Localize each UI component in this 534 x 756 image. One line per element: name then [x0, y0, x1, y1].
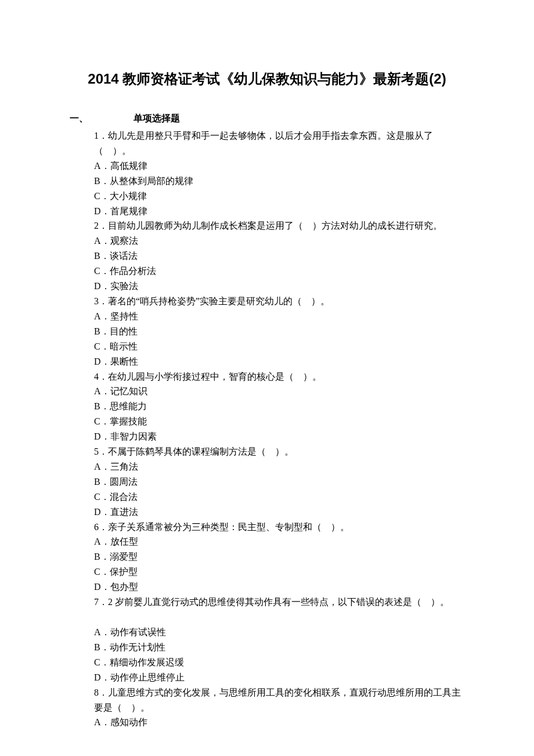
- option-b: B．从整体到局部的规律: [94, 174, 464, 189]
- question-stem: 7．2 岁前婴儿直觉行动式的思维使得其动作具有一些特点，以下错误的表述是（ ）。: [94, 595, 464, 610]
- question-stem: 6．亲子关系通常被分为三种类型：民主型、专制型和（ ）。: [94, 520, 464, 535]
- option-d: D．动作停止思维停止: [94, 670, 464, 685]
- option-c: C．掌握技能: [94, 414, 464, 429]
- question-7: 7．2 岁前婴儿直觉行动式的思维使得其动作具有一些特点，以下错误的表述是（ ）。…: [94, 595, 464, 685]
- option-b: B．圆周法: [94, 474, 464, 489]
- option-b: B．谈话法: [94, 249, 464, 264]
- option-d: D．非智力因素: [94, 429, 464, 444]
- question-stem: 1．幼儿先是用整只手臂和手一起去够物体，以后才会用手指去拿东西。这是服从了（ ）…: [94, 128, 464, 159]
- question-stem: 4．在幼儿园与小学衔接过程中，智育的核心是（ ）。: [94, 369, 464, 384]
- option-c: C．保护型: [94, 564, 464, 579]
- question-3: 3．著名的“哨兵持枪姿势”实验主要是研究幼儿的（ ）。 A．坚持性 B．目的性 …: [94, 294, 464, 369]
- option-d: D．果断性: [94, 354, 464, 369]
- option-d: D．直进法: [94, 505, 464, 520]
- section-heading: 一、 单项选择题: [70, 113, 464, 125]
- option-a: A．感知动作: [94, 715, 464, 730]
- option-a: A．坚持性: [94, 309, 464, 324]
- option-a: A．放任型: [94, 534, 464, 549]
- option-b: B．思维能力: [94, 399, 464, 414]
- section-number: 一、: [70, 113, 134, 125]
- question-2: 2．目前幼儿园教师为幼儿制作成长档案是运用了（ ）方法对幼儿的成长进行研究。 A…: [94, 218, 464, 294]
- question-stem: 8．儿童思维方式的变化发展，与思维所用工具的变化相联系，直观行动思维所用的工具主…: [94, 685, 464, 715]
- question-stem: 3．著名的“哨兵持枪姿势”实验主要是研究幼儿的（ ）。: [94, 294, 464, 309]
- question-6: 6．亲子关系通常被分为三种类型：民主型、专制型和（ ）。 A．放任型 B．溺爱型…: [94, 520, 464, 595]
- question-8: 8．儿童思维方式的变化发展，与思维所用工具的变化相联系，直观行动思维所用的工具主…: [94, 685, 464, 730]
- option-d: D．实验法: [94, 279, 464, 294]
- option-a: A．三角法: [94, 459, 464, 474]
- section-label: 单项选择题: [134, 113, 180, 125]
- question-stem: 5．不属于陈鹤琴具体的课程编制方法是（ ）。: [94, 444, 464, 459]
- option-a: A．记忆知识: [94, 384, 464, 399]
- question-4: 4．在幼儿园与小学衔接过程中，智育的核心是（ ）。 A．记忆知识 B．思维能力 …: [94, 369, 464, 445]
- option-c: C．暗示性: [94, 339, 464, 354]
- option-b: B．动作无计划性: [94, 640, 464, 655]
- option-d: D．包办型: [94, 579, 464, 595]
- option-a: A．观察法: [94, 233, 464, 249]
- question-list: 1．幼儿先是用整只手臂和手一起去够物体，以后才会用手指去拿东西。这是服从了（ ）…: [70, 128, 464, 730]
- option-c: C．大小规律: [94, 189, 464, 204]
- option-c: C．作品分析法: [94, 264, 464, 279]
- option-a: A．高低规律: [94, 159, 464, 174]
- question-5: 5．不属于陈鹤琴具体的课程编制方法是（ ）。 A．三角法 B．圆周法 C．混合法…: [94, 444, 464, 520]
- option-c: C．混合法: [94, 489, 464, 505]
- option-c: C．精细动作发展迟缓: [94, 655, 464, 670]
- option-b: B．目的性: [94, 324, 464, 339]
- option-b: B．溺爱型: [94, 549, 464, 564]
- option-d: D．首尾规律: [94, 204, 464, 219]
- option-a: A．动作有试误性: [94, 625, 464, 640]
- question-stem: 2．目前幼儿园教师为幼儿制作成长档案是运用了（ ）方法对幼儿的成长进行研究。: [94, 218, 464, 233]
- document-title: 2014 教师资格证考试《幼儿保教知识与能力》最新考题(2): [70, 70, 464, 88]
- question-1: 1．幼儿先是用整只手臂和手一起去够物体，以后才会用手指去拿东西。这是服从了（ ）…: [94, 128, 464, 218]
